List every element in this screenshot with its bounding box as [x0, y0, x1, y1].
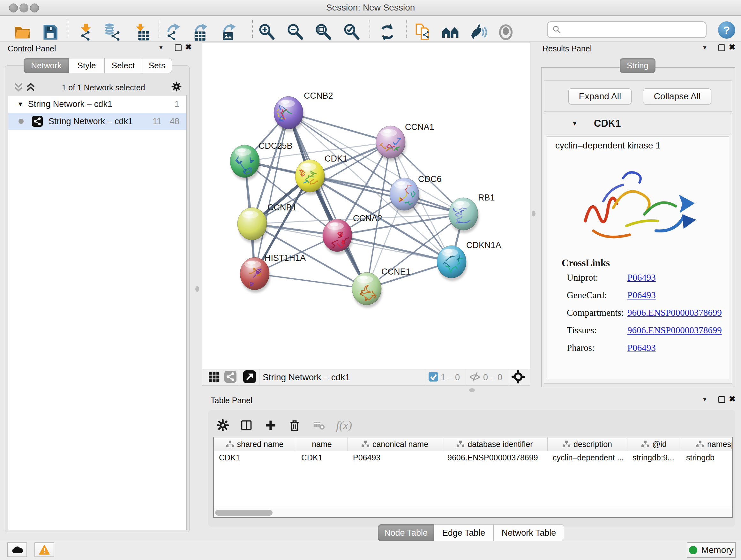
column-header-canonical-name[interactable]: canonical name [348, 437, 442, 451]
zoom-selected-region-button[interactable] [342, 22, 362, 43]
table-cell[interactable]: P06493 [348, 451, 442, 464]
export-image-button[interactable] [220, 22, 241, 43]
collapse-all-icon[interactable] [26, 83, 36, 92]
open-in-new-window-icon[interactable] [243, 370, 256, 384]
table-cell[interactable]: 9606.ENSP00000378699 [442, 451, 548, 464]
import-table-from-file-button[interactable] [131, 22, 151, 43]
apply-preferred-layout-button[interactable] [377, 22, 398, 43]
panel-menu-icon[interactable]: ▼ [702, 45, 708, 51]
zoom-fit-content-button[interactable] [313, 22, 334, 43]
panel-float-icon[interactable] [718, 44, 725, 51]
column-header-@id[interactable]: @id [627, 437, 681, 451]
tab-string[interactable]: String [620, 58, 656, 73]
horizontal-splitter-handle[interactable] [469, 388, 475, 392]
export-table-button[interactable] [192, 22, 212, 43]
crosslink-link[interactable]: P06493 [627, 343, 656, 353]
tab-sets[interactable]: Sets [142, 58, 172, 73]
crosslink-link[interactable]: 9606.ENSP00000378699 [627, 307, 722, 318]
network-node-CDC6[interactable]: CDC6 [390, 174, 442, 213]
panel-menu-icon[interactable]: ▼ [702, 396, 708, 403]
tab-style[interactable]: Style [69, 58, 105, 73]
search-input[interactable] [547, 21, 706, 38]
crosslink-link[interactable]: P06493 [627, 290, 656, 300]
hidden-eye-icon[interactable] [469, 371, 481, 384]
cloud-button[interactable] [7, 543, 27, 557]
column-header-description[interactable]: description [548, 437, 627, 451]
network-collection-row[interactable]: ▼ String Network – cdk1 1 [8, 96, 186, 113]
panel-close-icon[interactable]: ✖ [729, 43, 736, 52]
expand-all-icon[interactable] [14, 83, 23, 92]
network-node-CCNE1[interactable]: CCNE1 [352, 267, 411, 308]
crosslink-link[interactable]: P06493 [627, 272, 656, 283]
first-neighbors-button[interactable] [440, 22, 461, 43]
node-count: 11 [152, 117, 161, 126]
panel-close-icon[interactable]: ✖ [185, 43, 192, 52]
left-splitter-handle[interactable] [195, 286, 199, 292]
split-table-icon[interactable] [238, 416, 255, 434]
table-cell[interactable]: CDK1 [214, 451, 296, 464]
node-label: CCNA1 [405, 122, 434, 132]
import-network-from-file-button[interactable] [76, 22, 96, 43]
import-network-from-database-button[interactable] [103, 22, 123, 43]
table-cell[interactable]: CDK1 [296, 451, 348, 464]
network-node-CDKN1A[interactable]: CDKN1A [437, 240, 501, 281]
column-header-name[interactable]: name [296, 437, 348, 451]
zoom-out-button[interactable] [285, 22, 306, 43]
network-node-RB1[interactable]: RB1 [448, 193, 495, 233]
tab-select[interactable]: Select [105, 58, 142, 73]
gene-section-header[interactable]: ▼ CDK1 [544, 114, 732, 134]
new-network-from-selection-button[interactable] [413, 22, 433, 43]
birdseye-grid-icon[interactable] [208, 371, 220, 384]
table-horizontal-scrollbar[interactable] [214, 508, 732, 517]
table-cell[interactable]: cyclin–dependent ... [548, 451, 627, 464]
tab-node-table[interactable]: Node Table [378, 524, 434, 542]
protein-structure-image [572, 155, 706, 264]
network-options-gear-icon[interactable] [172, 81, 182, 94]
column-header-database-identifier[interactable]: database identifier [442, 437, 548, 451]
crosslink-link[interactable]: 9606.ENSP00000378699 [627, 325, 722, 335]
pan-tool-icon[interactable] [512, 370, 525, 385]
open-session-button[interactable] [12, 22, 32, 43]
panel-float-icon[interactable] [175, 44, 182, 51]
save-session-button[interactable] [40, 22, 60, 43]
gene-expander-icon[interactable]: ▼ [571, 120, 578, 127]
panel-float-icon[interactable] [718, 396, 725, 403]
scrollbar-thumb[interactable] [215, 510, 273, 516]
tab-network-table[interactable]: Network Table [493, 524, 564, 542]
network-node-CCNB1[interactable]: CCNB1 [238, 203, 297, 243]
node-label: CCNE1 [381, 267, 411, 276]
collapse-all-button[interactable]: Collapse All [643, 88, 711, 105]
selected-checkbox-icon[interactable] [428, 372, 438, 383]
network-canvas[interactable]: CCNB2 CCNA1 CDC25B CDK1 [202, 42, 530, 369]
table-cell[interactable]: stringdb:9... [627, 451, 681, 464]
level-of-detail-button[interactable] [495, 22, 516, 43]
network-row-selected[interactable]: String Network – cdk1 11 48 [8, 113, 186, 130]
zoom-in-button[interactable] [257, 22, 277, 43]
delete-table-icon [310, 416, 328, 434]
column-header-namespace[interactable]: namespace [681, 437, 733, 451]
search-icon [552, 25, 562, 35]
network-node-HIST1H1A[interactable]: HIST1H1A [240, 253, 306, 293]
tab-edge-table[interactable]: Edge Table [434, 524, 493, 542]
export-network-button[interactable] [165, 22, 185, 43]
toolbar-divider [68, 20, 68, 38]
status-bar: Memory [0, 541, 741, 560]
tree-expander-icon[interactable]: ▼ [17, 101, 23, 108]
add-column-icon[interactable] [262, 416, 280, 434]
warnings-button[interactable] [35, 543, 54, 557]
panel-menu-icon[interactable]: ▼ [158, 45, 164, 51]
show-hide-graphics-details-button[interactable] [467, 22, 488, 43]
tab-network[interactable]: Network [23, 58, 69, 73]
column-settings-gear-icon[interactable] [214, 416, 232, 434]
expand-all-button[interactable]: Expand All [568, 88, 631, 105]
network-node-CDK1[interactable]: CDK1 [295, 154, 347, 195]
column-header-shared-name[interactable]: shared name [214, 437, 296, 451]
help-button[interactable]: ? [718, 21, 735, 39]
node-table[interactable]: shared namenamecanonical namedatabase id… [213, 437, 733, 518]
delete-column-icon[interactable] [286, 416, 304, 434]
right-splitter-handle[interactable] [532, 211, 536, 216]
panel-close-icon[interactable]: ✖ [729, 394, 736, 403]
network-node-CCNA1[interactable]: CCNA1 [376, 122, 434, 161]
table-cell[interactable]: stringdb [681, 451, 733, 464]
memory-button[interactable]: Memory [687, 542, 736, 558]
